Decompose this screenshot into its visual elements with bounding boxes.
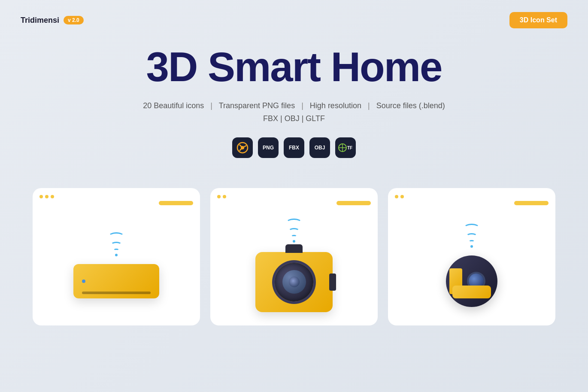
card-bar-3 [514,201,549,205]
camera-handle [329,273,336,291]
wifi-arc-large-2 [286,219,302,227]
wifi-signal-1 [108,232,124,256]
brand-name: Tridimensi [21,16,59,25]
wifi-arc-small-2 [291,235,297,238]
card-ac-unit [33,188,200,325]
wifi-arc-small-1 [113,249,119,252]
separator-2: | [301,101,303,110]
camera-lens-inner [282,270,306,294]
feature-source: Source files (.blend) [376,101,445,110]
card-dots-1 [39,195,54,198]
card-dots-3 [395,195,404,198]
card-topbar-3 [388,195,555,198]
header: Tridimensi v 2.0 3D Icon Set [0,0,588,28]
ac-unit-container [73,264,159,298]
dot-5 [223,195,226,198]
formats-line: FBX | OBJ | GLTF [263,114,325,123]
camera-container [255,252,333,312]
card-camera [210,188,378,325]
security-cam-base [452,286,491,298]
camera-lens-outer [275,263,313,301]
wifi-signal-2 [286,219,302,243]
dot-7 [400,195,404,198]
wifi-dot-3 [470,245,473,248]
camera-lens-core [289,277,300,287]
card-icon-area-2 [255,188,333,325]
dot-4 [217,195,221,198]
wifi-arc-large-1 [108,232,124,241]
wifi-dot-1 [115,254,118,256]
camera-top [285,244,303,253]
wifi-arc-medium-1 [111,242,122,248]
security-cam-body [446,255,497,307]
fbx-label: FBX [289,145,299,151]
card-topbar-2 [210,195,378,198]
icon-set-badge: 3D Icon Set [509,12,567,28]
cards-section [0,171,588,325]
security-cam-container [446,255,497,307]
card-bar-1 [159,201,193,205]
wifi-signal-3 [464,224,480,248]
wifi-arc-medium-2 [288,228,300,234]
badge-gltf: TF [335,137,356,158]
hero-subtitle: 20 Beautiful icons | Transparent PNG fil… [0,99,588,125]
camera-body [255,252,333,312]
wifi-arc-medium-3 [466,233,477,239]
gltf-logo-icon: TF [338,143,353,152]
separator-1: | [210,101,212,110]
dot-6 [395,195,398,198]
badge-png: PNG [258,137,279,158]
badge-fbx: FBX [284,137,304,158]
page-wrapper: Tridimensi v 2.0 3D Icon Set 3D Smart Ho… [0,0,588,392]
version-badge: v 2.0 [64,16,84,24]
hero-section: 3D Smart Home 20 Beautiful icons | Trans… [0,28,588,167]
format-badges: PNG FBX OBJ TF [0,137,588,158]
obj-label: OBJ [315,145,325,151]
ac-unit-body [73,264,159,298]
svg-text:TF: TF [347,146,352,150]
wifi-arc-small-3 [469,240,475,243]
brand-area: Tridimensi v 2.0 [21,16,84,25]
card-icon-area-1 [73,188,159,325]
card-security-cam [388,188,555,325]
card-bar-2 [336,201,371,205]
separator-3: | [368,101,370,110]
card-icon-area-3 [446,188,497,325]
dot-2 [45,195,48,198]
badge-obj: OBJ [309,137,330,158]
feature-icons: 20 Beautiful icons [143,101,204,110]
card-dots-2 [217,195,226,198]
feature-transparent: Transparent PNG files [219,101,295,110]
dot-3 [51,195,54,198]
wifi-dot-2 [293,240,295,243]
feature-hires: High resolution [310,101,361,110]
ac-led [82,280,85,283]
blender-logo-icon [236,141,249,154]
hero-title: 3D Smart Home [0,46,588,89]
dot-1 [39,195,43,198]
wifi-arc-large-3 [464,224,480,232]
png-label: PNG [263,145,274,151]
card-topbar-1 [33,195,200,198]
badge-blender [232,137,253,158]
